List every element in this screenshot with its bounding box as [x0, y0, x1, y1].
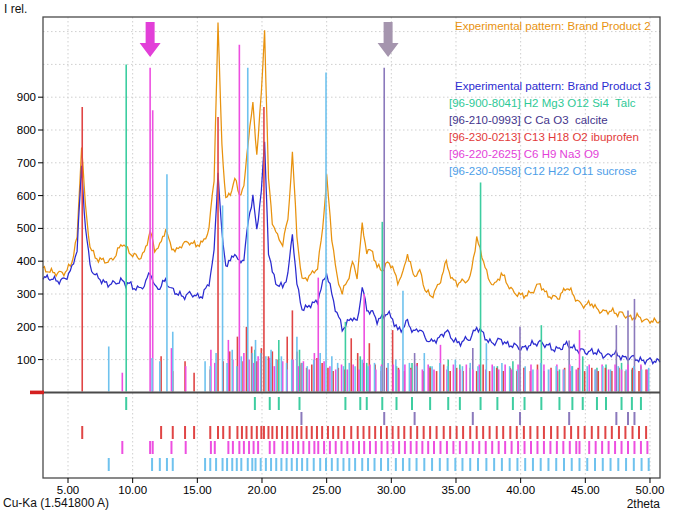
- svg-text:25.00: 25.00: [312, 484, 341, 496]
- y-axis-title: I rel.: [4, 2, 27, 16]
- marker-row-calcite: [301, 412, 634, 425]
- svg-text:100: 100: [17, 354, 36, 366]
- plot-frame: [43, 17, 660, 478]
- svg-text:40.00: 40.00: [506, 484, 535, 496]
- sticks-sucrose: [109, 68, 649, 392]
- xrd-analysis-window: 1002003004005006007008009005.0010.0015.0…: [0, 0, 673, 516]
- marker-row-ibuprofen: [82, 426, 646, 439]
- axis-ticks: [38, 97, 650, 483]
- diffractogram-plot: 1002003004005006007008009005.0010.0015.0…: [0, 0, 673, 516]
- anode-wavelength-label: Cu-Ka (1.541800 A): [3, 496, 109, 510]
- svg-text:300: 300: [17, 288, 36, 300]
- svg-text:20.00: 20.00: [248, 484, 277, 496]
- x-axis-title: 2theta: [627, 497, 660, 511]
- svg-text:400: 400: [17, 255, 36, 267]
- marker-row-talc: [126, 397, 641, 410]
- svg-text:900: 900: [17, 91, 36, 103]
- svg-text:15.00: 15.00: [183, 484, 212, 496]
- gridlines: [43, 17, 660, 478]
- svg-text:500: 500: [17, 222, 36, 234]
- curve-experimental-pattern-brand-product-2: [43, 23, 660, 324]
- svg-text:600: 600: [17, 190, 36, 202]
- svg-text:50.00: 50.00: [636, 484, 665, 496]
- svg-text:35.00: 35.00: [442, 484, 471, 496]
- highlight-arrow-2: [378, 22, 399, 57]
- svg-text:700: 700: [17, 157, 36, 169]
- highlight-arrow-1: [140, 22, 161, 57]
- svg-text:800: 800: [17, 124, 36, 136]
- curve-experimental-pattern-brand-product-3: [43, 142, 660, 364]
- marker-row-sucrose: [109, 458, 649, 471]
- marker-row-c6-h9-na3-o9: [122, 441, 647, 454]
- svg-text:10.00: 10.00: [118, 484, 147, 496]
- svg-text:200: 200: [17, 321, 36, 333]
- svg-text:30.00: 30.00: [377, 484, 406, 496]
- svg-text:45.00: 45.00: [571, 484, 600, 496]
- zero-axis-marker: [30, 391, 44, 395]
- svg-text:5.00: 5.00: [57, 484, 79, 496]
